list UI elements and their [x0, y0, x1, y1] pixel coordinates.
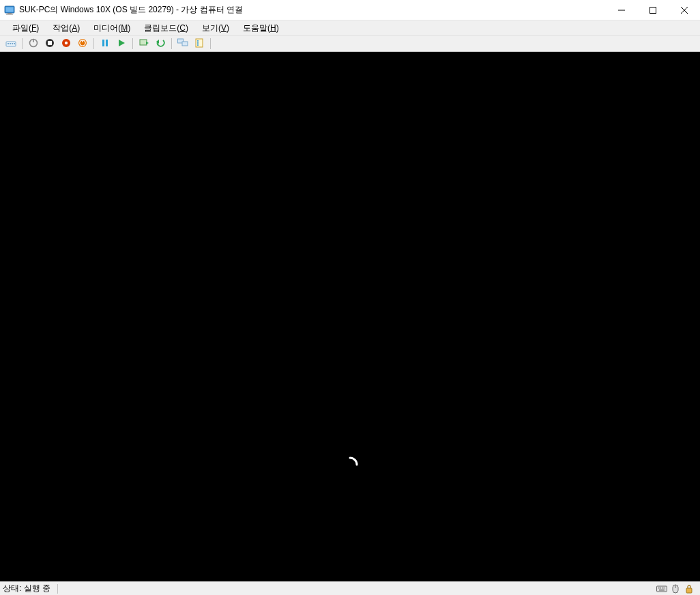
toolbar	[0, 35, 700, 52]
svg-rect-3	[6, 14, 13, 14]
share-button[interactable]	[192, 37, 207, 50]
revert-button[interactable]	[153, 37, 168, 50]
svg-rect-35	[658, 587, 660, 589]
enhanced-session-icon	[177, 38, 188, 50]
svg-rect-23	[106, 40, 108, 46]
close-button[interactable]	[669, 0, 700, 20]
power-icon	[78, 38, 87, 50]
svg-rect-16	[48, 41, 52, 45]
start-icon	[117, 39, 126, 49]
menu-action[interactable]: 작업(A)	[46, 21, 87, 35]
menu-file[interactable]: 파일(F)	[5, 21, 46, 35]
menu-clipboard[interactable]: 클립보드(C)	[137, 21, 195, 35]
svg-rect-42	[686, 588, 692, 593]
start-button[interactable]	[114, 37, 129, 50]
titlebar: SUK-PC의 Windows 10X (OS 빌드 20279) - 가상 컴…	[0, 0, 700, 20]
save-state-icon	[61, 38, 71, 50]
svg-rect-32	[197, 42, 199, 44]
turn-off-button[interactable]	[26, 37, 41, 50]
statusbar-icons	[656, 583, 697, 594]
svg-rect-36	[660, 587, 662, 589]
svg-rect-9	[8, 43, 9, 44]
menu-help[interactable]: 도움말(H)	[236, 21, 286, 35]
share-icon	[194, 38, 204, 50]
window-title: SUK-PC의 Windows 10X (OS 빌드 20279) - 가상 컴…	[19, 4, 606, 16]
svg-rect-37	[662, 587, 663, 589]
toolbar-separator	[22, 38, 23, 49]
window-controls	[606, 0, 700, 20]
svg-rect-39	[659, 590, 665, 591]
svg-rect-12	[14, 43, 15, 44]
minimize-button[interactable]	[606, 0, 637, 20]
menu-view[interactable]: 보기(V)	[195, 21, 236, 35]
save-state-button[interactable]	[59, 37, 74, 50]
maximize-button[interactable]	[637, 0, 669, 20]
menubar: 파일(F) 작업(A) 미디어(M) 클립보드(C) 보기(V) 도움말(H)	[0, 20, 700, 35]
status-text: 상태: 실행 중	[3, 583, 56, 594]
toolbar-separator	[93, 38, 94, 49]
statusbar-separator	[57, 584, 58, 594]
checkpoint-button[interactable]	[136, 37, 151, 50]
svg-rect-22	[102, 40, 104, 46]
svg-rect-33	[197, 44, 199, 46]
enhanced-session-button[interactable]	[175, 37, 190, 50]
pause-button[interactable]	[98, 37, 113, 50]
shut-down-button[interactable]	[42, 37, 57, 50]
svg-rect-11	[12, 43, 13, 44]
svg-rect-29	[182, 42, 188, 46]
svg-rect-10	[10, 43, 11, 44]
shut-down-icon	[45, 38, 55, 50]
svg-rect-5	[650, 7, 656, 13]
toolbar-separator	[132, 38, 133, 49]
keyboard-icon	[656, 583, 667, 594]
app-icon	[4, 5, 15, 16]
svg-point-18	[65, 41, 68, 44]
loading-spinner	[340, 455, 360, 474]
svg-marker-26	[146, 42, 149, 44]
svg-rect-31	[197, 40, 199, 42]
revert-icon	[156, 38, 165, 50]
mouse-icon	[670, 583, 681, 594]
ctrl-alt-del-icon	[5, 38, 16, 50]
svg-rect-30	[196, 39, 203, 47]
svg-marker-24	[119, 40, 125, 46]
svg-rect-34	[657, 586, 667, 592]
toolbar-separator	[171, 38, 172, 49]
checkpoint-icon	[139, 38, 149, 50]
ctrl-alt-del-button[interactable]	[3, 37, 18, 50]
vm-display[interactable]	[0, 52, 700, 581]
power-button[interactable]	[75, 37, 90, 50]
toolbar-separator	[210, 38, 211, 49]
turn-off-icon	[29, 38, 38, 50]
svg-rect-25	[140, 40, 147, 45]
menu-media[interactable]: 미디어(M)	[87, 21, 137, 35]
pause-icon	[101, 39, 109, 49]
statusbar: 상태: 실행 중	[0, 581, 700, 595]
svg-rect-2	[8, 13, 12, 14]
svg-rect-1	[6, 7, 14, 12]
lock-icon	[684, 583, 695, 594]
svg-rect-38	[664, 587, 665, 589]
